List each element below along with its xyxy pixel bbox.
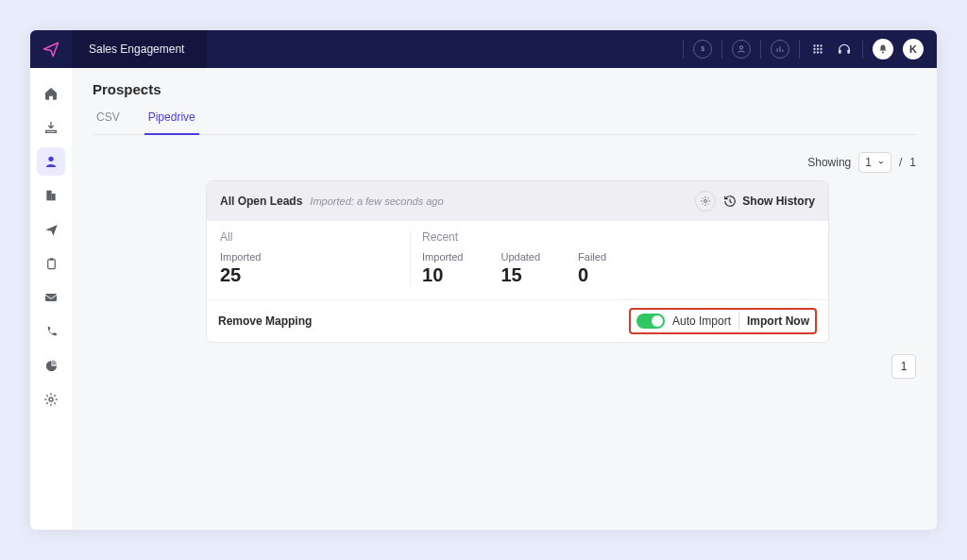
all-imported-value: 25 [220,264,399,286]
show-history-button[interactable]: Show History [723,195,815,208]
gear-icon [700,195,711,207]
sidebar-item-inbox[interactable] [37,283,65,312]
building-icon [43,188,59,203]
svg-point-14 [48,157,53,161]
all-imported-label: Imported [220,251,399,263]
tabs: CSV Pipedrive [93,105,916,135]
app-title-label: Sales Engagement [89,42,184,56]
recent-failed-value: 0 [578,264,606,286]
svg-point-20 [49,398,53,401]
bell-icon [877,43,889,55]
app-frame: Sales Engagement $ [30,30,937,530]
svg-rect-11 [839,50,841,54]
import-controls-highlight: Auto Import Import Now [629,308,817,334]
svg-point-21 [704,200,707,203]
sidebar-item-prospects[interactable] [37,147,65,176]
download-icon [43,120,59,135]
page-select[interactable]: 1 [858,152,891,173]
divider [799,40,800,59]
recent-imported-value: 10 [422,264,463,286]
svg-point-2 [813,44,815,46]
sidebar-item-sequences[interactable] [37,215,65,244]
col-recent-label: Recent [422,230,815,244]
tab-label: CSV [96,110,120,124]
sidebar-item-settings[interactable] [37,385,65,414]
import-now-button[interactable]: Import Now [747,314,809,328]
svg-point-6 [817,48,819,50]
user-avatar[interactable]: K [903,39,924,59]
svg-point-8 [813,51,815,53]
tab-csv[interactable]: CSV [93,105,124,135]
user-initial: K [909,43,917,55]
sidebar-item-reports[interactable] [37,351,65,380]
stat-recent-failed: Failed 0 [578,251,606,286]
sidebar-item-calls[interactable] [37,317,65,346]
mail-icon [43,290,59,305]
stats-col-recent: Recent Imported 10 Updated 15 Fa [422,230,815,286]
svg-point-4 [820,44,822,46]
headset-icon[interactable] [836,41,853,58]
page-button-1[interactable]: 1 [891,354,916,379]
svg-rect-17 [47,259,55,268]
card-title: All Open Leads [220,195,302,208]
imported-note: Imported: a few seconds ago [310,195,443,207]
notifications-button[interactable] [873,39,893,59]
sidebar-item-home[interactable] [37,79,65,108]
card-footer: Remove Mapping Auto Import Import Now [207,299,828,342]
card-settings-button[interactable] [695,191,716,212]
divider [760,40,761,59]
show-history-label: Show History [742,195,815,208]
col-all-label: All [220,230,399,244]
svg-rect-18 [49,258,53,261]
svg-point-9 [817,51,819,53]
card-header: All Open Leads Imported: a few seconds a… [207,181,828,221]
app-title[interactable]: Sales Engagement [72,30,207,68]
pagination: 1 [93,354,916,379]
sidebar-item-companies[interactable] [37,181,65,210]
page-number: 1 [901,360,908,373]
svg-rect-16 [52,194,56,200]
main-content: Prospects CSV Pipedrive Showing 1 / 1 [72,68,937,530]
auto-import-label: Auto Import [672,314,731,328]
tab-label: Pipedrive [148,110,195,124]
person-icon [43,154,59,169]
divider [862,40,863,59]
caret-down-icon [877,159,885,166]
divider [683,40,684,59]
svg-point-10 [820,51,822,53]
recent-imported-label: Imported [422,251,463,263]
clipboard-icon [44,257,59,271]
history-icon [723,195,737,208]
chart-icon[interactable] [771,40,789,59]
sidebar [30,68,72,530]
sidebar-item-tasks[interactable] [37,249,65,278]
svg-rect-19 [45,294,57,301]
topbar-right: $ [683,39,937,59]
card-stats: All Imported 25 Recent Imported 10 U [207,221,828,299]
sidebar-item-downloads[interactable] [37,113,65,142]
app-logo[interactable] [30,30,72,68]
dollar-icon[interactable]: $ [693,40,712,59]
svg-point-1 [739,46,742,49]
total-pages: 1 [909,156,916,169]
showing-row: Showing 1 / 1 [93,152,916,173]
paper-plane-icon [44,223,59,237]
user-icon[interactable] [732,40,751,59]
tab-pipedrive[interactable]: Pipedrive [144,105,199,135]
of-separator: / [899,156,902,169]
dialpad-icon[interactable] [809,41,826,58]
page-select-value: 1 [865,156,872,169]
svg-point-13 [882,52,884,54]
svg-text:$: $ [701,45,704,52]
svg-rect-12 [847,50,850,54]
svg-point-5 [813,48,815,50]
recent-updated-label: Updated [500,251,540,263]
svg-point-7 [820,48,822,50]
home-icon [43,86,59,101]
pie-icon [44,359,59,373]
gear-icon [43,392,59,407]
auto-import-toggle[interactable] [636,314,665,329]
remove-mapping-button[interactable]: Remove Mapping [218,314,312,328]
recent-failed-label: Failed [578,251,606,263]
divider [721,40,722,59]
